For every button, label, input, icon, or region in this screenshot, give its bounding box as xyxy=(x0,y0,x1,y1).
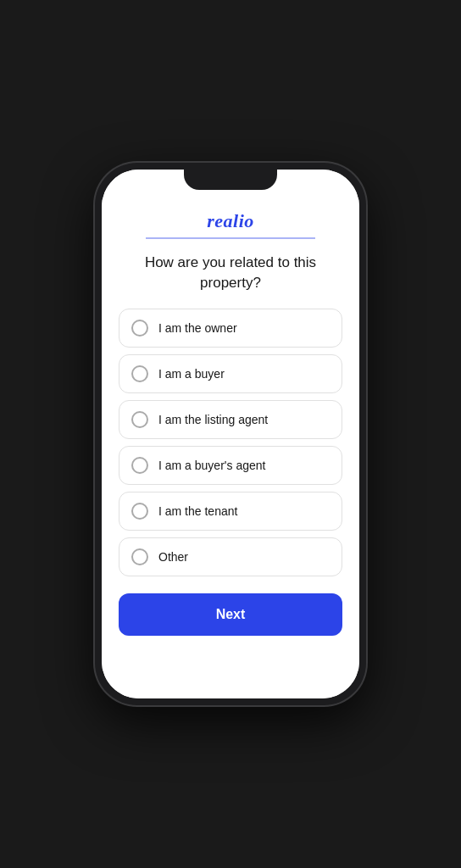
option-other-label: Other xyxy=(158,550,188,564)
option-owner-label: I am the owner xyxy=(158,321,237,335)
option-listing-agent-label: I am the listing agent xyxy=(158,413,268,426)
options-list: I am the owner I am a buyer I am the lis… xyxy=(119,309,342,576)
question-title: How are you related to this property? xyxy=(119,253,342,293)
option-buyer[interactable]: I am a buyer xyxy=(119,354,342,393)
option-tenant[interactable]: I am the tenant xyxy=(119,492,342,531)
phone-frame: realio How are you related to this prope… xyxy=(95,163,366,705)
option-owner[interactable]: I am the owner xyxy=(119,309,342,348)
option-buyers-agent-label: I am a buyer's agent xyxy=(158,459,265,472)
radio-buyers-agent[interactable] xyxy=(131,457,148,474)
radio-owner[interactable] xyxy=(131,320,148,337)
radio-listing-agent[interactable] xyxy=(131,411,148,428)
option-listing-agent[interactable]: I am the listing agent xyxy=(119,400,342,439)
option-other[interactable]: Other xyxy=(119,537,342,576)
phone-screen: realio How are you related to this prope… xyxy=(102,170,359,698)
logo-section: realio xyxy=(119,210,342,239)
option-buyers-agent[interactable]: I am a buyer's agent xyxy=(119,446,342,485)
next-button[interactable]: Next xyxy=(119,593,342,636)
app-logo: realio xyxy=(207,210,254,232)
option-tenant-label: I am the tenant xyxy=(158,504,237,518)
radio-other[interactable] xyxy=(131,548,148,565)
screen-content: realio How are you related to this prope… xyxy=(102,170,359,698)
option-buyer-label: I am a buyer xyxy=(158,367,225,381)
phone-notch xyxy=(184,170,277,190)
radio-buyer[interactable] xyxy=(131,365,148,382)
logo-divider xyxy=(146,237,315,239)
radio-tenant[interactable] xyxy=(131,503,148,520)
